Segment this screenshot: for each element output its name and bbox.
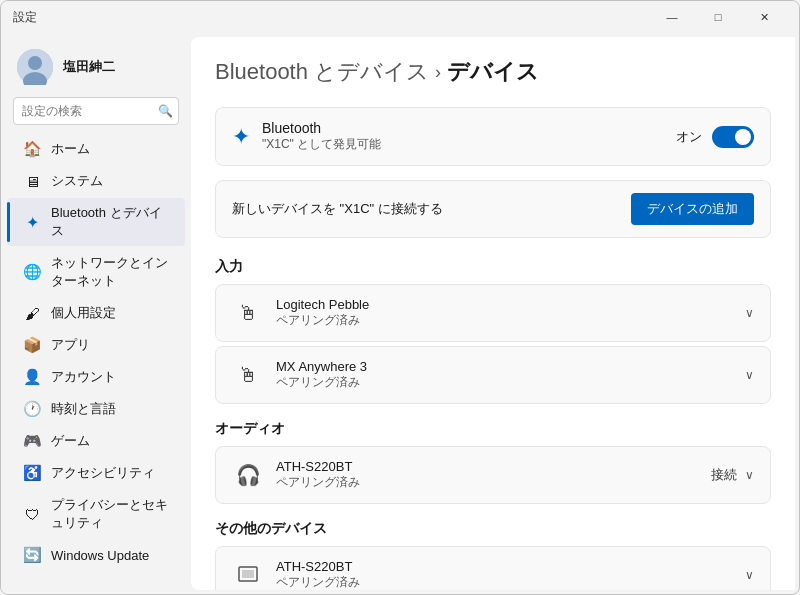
device-row-logitech-pebble[interactable]: 🖱 Logitech Pebble ペアリング済み ∨: [216, 285, 770, 341]
device-name: MX Anywhere 3: [276, 359, 367, 374]
device-right: 接続 ∨: [711, 466, 754, 484]
bluetooth-icon: ✦: [23, 213, 41, 231]
sidebar-item-home-label: ホーム: [51, 140, 90, 158]
svg-point-1: [28, 56, 42, 70]
sidebar-item-bluetooth[interactable]: ✦ Bluetooth とデバイス: [7, 198, 185, 246]
connect-banner: 新しいデバイスを "X1C" に接続する デバイスの追加: [215, 180, 771, 238]
main-content: Bluetooth とデバイス › デバイス ✦ Bluetooth "X1C"…: [191, 37, 795, 590]
device-card-ath-s220bt-other: ATH-S220BT ペアリング済み ∨: [215, 546, 771, 590]
personalization-icon: 🖌: [23, 304, 41, 322]
content-area: 塩田紳二 🔍 🏠 ホーム 🖥 システム ✦ Bluetooth とデバイス 🌐 …: [1, 33, 799, 594]
other-section-title: その他のデバイス: [215, 520, 771, 538]
logitech-pebble-icon: 🖱: [232, 297, 264, 329]
apps-icon: 📦: [23, 336, 41, 354]
device-right: ∨: [745, 368, 754, 382]
chevron-icon: ∨: [745, 568, 754, 582]
sidebar-item-accessibility[interactable]: ♿ アクセシビリティ: [7, 458, 185, 488]
gaming-icon: 🎮: [23, 432, 41, 450]
sidebar-item-system[interactable]: 🖥 システム: [7, 166, 185, 196]
input-section: 入力 🖱 Logitech Pebble ペアリング済み ∨: [215, 258, 771, 404]
bluetooth-card: ✦ Bluetooth "X1C" として発見可能 オン: [215, 107, 771, 166]
device-card-mx-anywhere: 🖱 MX Anywhere 3 ペアリング済み ∨: [215, 346, 771, 404]
window-title: 設定: [13, 9, 649, 26]
network-icon: 🌐: [23, 263, 41, 281]
minimize-button[interactable]: —: [649, 1, 695, 33]
bluetooth-toggle-area: オン: [676, 126, 754, 148]
sidebar-item-windows-update[interactable]: 🔄 Windows Update: [7, 540, 185, 570]
sidebar-item-time-label: 時刻と言語: [51, 400, 116, 418]
search-box: 🔍: [13, 97, 179, 125]
device-row-ath-s220bt-other[interactable]: ATH-S220BT ペアリング済み ∨: [216, 547, 770, 590]
device-row-ath-s220bt-audio[interactable]: 🎧 ATH-S220BT ペアリング済み 接続 ∨: [216, 447, 770, 503]
device-left: 🖱 Logitech Pebble ペアリング済み: [232, 297, 369, 329]
user-profile: 塩田紳二: [1, 41, 191, 97]
sidebar-item-privacy[interactable]: 🛡 プライバシーとセキュリティ: [7, 490, 185, 538]
connect-text: 新しいデバイスを "X1C" に接続する: [232, 200, 443, 218]
close-button[interactable]: ✕: [741, 1, 787, 33]
device-left: 🎧 ATH-S220BT ペアリング済み: [232, 459, 360, 491]
device-name: ATH-S220BT: [276, 559, 360, 574]
device-info: Logitech Pebble ペアリング済み: [276, 297, 369, 329]
sidebar-item-privacy-label: プライバシーとセキュリティ: [51, 496, 169, 532]
device-status: ペアリング済み: [276, 312, 369, 329]
breadcrumb-separator: ›: [435, 62, 441, 83]
sidebar-item-network-label: ネットワークとインターネット: [51, 254, 169, 290]
device-left: 🖱 MX Anywhere 3 ペアリング済み: [232, 359, 367, 391]
svg-rect-4: [242, 570, 254, 578]
sidebar-item-network[interactable]: 🌐 ネットワークとインターネット: [7, 248, 185, 296]
input-section-title: 入力: [215, 258, 771, 276]
sidebar-item-apps-label: アプリ: [51, 336, 90, 354]
sidebar-item-accounts[interactable]: 👤 アカウント: [7, 362, 185, 392]
other-section: その他のデバイス ATH-S220BT: [215, 520, 771, 590]
time-icon: 🕐: [23, 400, 41, 418]
settings-window: 設定 — □ ✕ 塩田紳二 🔍: [0, 0, 800, 595]
device-name: ATH-S220BT: [276, 459, 360, 474]
sidebar-item-gaming-label: ゲーム: [51, 432, 90, 450]
bluetooth-card-left: ✦ Bluetooth "X1C" として発見可能: [232, 120, 381, 153]
search-input[interactable]: [13, 97, 179, 125]
sidebar-item-apps[interactable]: 📦 アプリ: [7, 330, 185, 360]
device-info: MX Anywhere 3 ペアリング済み: [276, 359, 367, 391]
accessibility-icon: ♿: [23, 464, 41, 482]
sidebar-item-home[interactable]: 🏠 ホーム: [7, 134, 185, 164]
audio-section: オーディオ 🎧 ATH-S220BT ペアリング済み 接続 ∨: [215, 420, 771, 504]
bluetooth-title: Bluetooth: [262, 120, 381, 136]
avatar: [17, 49, 53, 85]
device-row-mx-anywhere[interactable]: 🖱 MX Anywhere 3 ペアリング済み ∨: [216, 347, 770, 403]
device-card-ath-s220bt-audio: 🎧 ATH-S220BT ペアリング済み 接続 ∨: [215, 446, 771, 504]
toggle-label: オン: [676, 128, 702, 146]
chevron-icon: ∨: [745, 306, 754, 320]
sidebar-item-personalization-label: 個人用設定: [51, 304, 116, 322]
sidebar-item-gaming[interactable]: 🎮 ゲーム: [7, 426, 185, 456]
device-status: ペアリング済み: [276, 574, 360, 590]
chevron-icon: ∨: [745, 368, 754, 382]
titlebar: 設定 — □ ✕: [1, 1, 799, 33]
device-name: Logitech Pebble: [276, 297, 369, 312]
maximize-button[interactable]: □: [695, 1, 741, 33]
search-icon: 🔍: [158, 104, 173, 118]
page-header: Bluetooth とデバイス › デバイス: [215, 57, 771, 87]
sidebar-item-system-label: システム: [51, 172, 103, 190]
bluetooth-toggle[interactable]: [712, 126, 754, 148]
device-status: ペアリング済み: [276, 474, 360, 491]
sidebar-item-accounts-label: アカウント: [51, 368, 116, 386]
bluetooth-info: Bluetooth "X1C" として発見可能: [262, 120, 381, 153]
device-info: ATH-S220BT ペアリング済み: [276, 459, 360, 491]
sidebar-item-personalization[interactable]: 🖌 個人用設定: [7, 298, 185, 328]
accounts-icon: 👤: [23, 368, 41, 386]
bluetooth-subtitle: "X1C" として発見可能: [262, 136, 381, 153]
add-device-button[interactable]: デバイスの追加: [631, 193, 754, 225]
window-controls: — □ ✕: [649, 1, 787, 33]
device-card-logitech-pebble: 🖱 Logitech Pebble ペアリング済み ∨: [215, 284, 771, 342]
device-info: ATH-S220BT ペアリング済み: [276, 559, 360, 590]
windows-update-icon: 🔄: [23, 546, 41, 564]
sidebar-item-time[interactable]: 🕐 時刻と言語: [7, 394, 185, 424]
device-status: ペアリング済み: [276, 374, 367, 391]
breadcrumb-parent[interactable]: Bluetooth とデバイス: [215, 57, 429, 87]
system-icon: 🖥: [23, 172, 41, 190]
breadcrumb-current: デバイス: [447, 57, 539, 87]
sidebar-item-accessibility-label: アクセシビリティ: [51, 464, 155, 482]
device-left: ATH-S220BT ペアリング済み: [232, 559, 360, 590]
sidebar-item-windows-update-label: Windows Update: [51, 548, 149, 563]
ath-other-icon: [232, 559, 264, 590]
